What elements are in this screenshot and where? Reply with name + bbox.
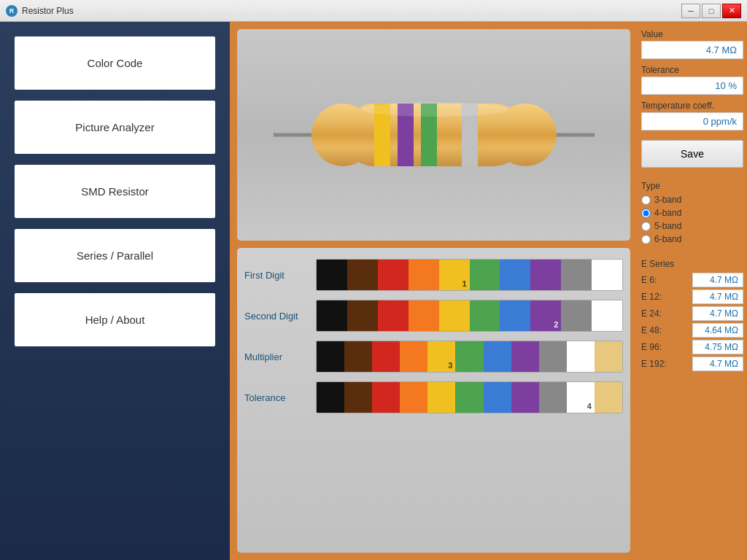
maximize-button[interactable]: □ bbox=[702, 4, 721, 18]
color-cell-1-0[interactable] bbox=[317, 300, 347, 331]
type-5band[interactable]: 5-band bbox=[641, 221, 743, 231]
color-cell-1-2[interactable] bbox=[378, 300, 409, 331]
e-key-0: E 6: bbox=[641, 275, 657, 285]
color-code-panel: First Digit1Second Digit2Multiplier3Tole… bbox=[237, 248, 630, 553]
color-cell-0-5[interactable] bbox=[470, 260, 500, 290]
sidebar-btn-smd-resistor[interactable]: SMD Resistor bbox=[15, 165, 215, 218]
type-4band[interactable]: 4-band bbox=[641, 208, 743, 218]
band-row-1: Second Digit2 bbox=[244, 300, 623, 332]
color-cell-1-5[interactable] bbox=[470, 300, 500, 331]
type-section: Type 3-band 4-band 5-band 6-band bbox=[641, 181, 743, 247]
e-val-1: 4.7 MΩ bbox=[692, 289, 743, 304]
e-val-2: 4.7 MΩ bbox=[692, 306, 743, 321]
color-cell-0-2[interactable] bbox=[378, 260, 409, 290]
color-cell-3-9[interactable]: 4 bbox=[567, 382, 595, 413]
e-series-label: E Series bbox=[641, 259, 743, 269]
color-cell-3-1[interactable] bbox=[344, 382, 372, 413]
color-number-2: 3 bbox=[448, 361, 452, 370]
color-cell-2-9[interactable] bbox=[567, 341, 595, 372]
color-cell-1-1[interactable] bbox=[347, 300, 378, 331]
e-row-5: E 192:4.7 MΩ bbox=[641, 357, 743, 371]
color-cell-0-1[interactable] bbox=[347, 260, 378, 290]
svg-point-8 bbox=[494, 104, 557, 166]
e-val-3: 4.64 MΩ bbox=[692, 323, 743, 338]
e-row-1: E 12:4.7 MΩ bbox=[641, 289, 743, 304]
band-label-0: First Digit bbox=[244, 270, 310, 281]
color-cell-2-2[interactable] bbox=[372, 341, 400, 372]
e-key-1: E 12: bbox=[641, 292, 662, 302]
color-cell-3-6[interactable] bbox=[484, 382, 511, 413]
value-label: Value bbox=[641, 29, 743, 39]
color-cell-1-7[interactable]: 2 bbox=[530, 300, 561, 331]
color-cell-2-4[interactable]: 3 bbox=[427, 341, 455, 372]
band-row-3: Tolerance4 bbox=[244, 381, 623, 413]
sidebar-btn-help-about[interactable]: Help / About bbox=[15, 293, 215, 346]
e-key-5: E 192: bbox=[641, 359, 667, 369]
app-icon: R bbox=[6, 5, 18, 17]
type-label: Type bbox=[641, 181, 743, 191]
color-cell-2-10[interactable] bbox=[595, 341, 622, 372]
band-row-2: Multiplier3 bbox=[244, 341, 623, 373]
color-cell-2-0[interactable] bbox=[317, 341, 344, 372]
color-number-3: 4 bbox=[587, 402, 592, 411]
sidebar-btn-picture-analyzer[interactable]: Picture Analyzer bbox=[15, 101, 215, 154]
color-cell-2-8[interactable] bbox=[539, 341, 567, 372]
title-bar-left: R Resistor Plus bbox=[6, 5, 74, 17]
sidebar-btn-color-code[interactable]: Color Code bbox=[15, 36, 215, 90]
save-button[interactable]: Save bbox=[641, 140, 743, 168]
color-cell-1-9[interactable] bbox=[592, 300, 622, 331]
color-cell-1-3[interactable] bbox=[409, 300, 439, 331]
color-cell-1-4[interactable] bbox=[439, 300, 470, 331]
content-area: First Digit1Second Digit2Multiplier3Tole… bbox=[230, 22, 638, 560]
color-cell-3-10[interactable] bbox=[595, 382, 622, 413]
e-val-5: 4.7 MΩ bbox=[692, 357, 743, 371]
color-cell-0-3[interactable] bbox=[409, 260, 439, 290]
e-row-4: E 96:4.75 MΩ bbox=[641, 340, 743, 354]
e-key-2: E 24: bbox=[641, 308, 662, 319]
color-cell-3-2[interactable] bbox=[372, 382, 400, 413]
bottom-section: First Digit1Second Digit2Multiplier3Tole… bbox=[237, 248, 630, 553]
color-cell-0-7[interactable] bbox=[530, 260, 561, 290]
color-cell-3-5[interactable] bbox=[455, 382, 483, 413]
color-cell-0-9[interactable] bbox=[592, 260, 622, 290]
window-controls: ─ □ ✕ bbox=[681, 4, 741, 18]
color-cell-2-1[interactable] bbox=[344, 341, 372, 372]
type-3band[interactable]: 3-band bbox=[641, 195, 743, 205]
title-bar: R Resistor Plus ─ □ ✕ bbox=[0, 0, 747, 22]
value-section: Value 4.7 MΩ bbox=[641, 29, 743, 59]
color-cell-2-3[interactable] bbox=[400, 341, 427, 372]
e-val-4: 4.75 MΩ bbox=[692, 340, 743, 354]
color-cell-1-6[interactable] bbox=[500, 300, 530, 331]
color-cell-0-6[interactable] bbox=[500, 260, 530, 290]
color-cell-3-4[interactable] bbox=[427, 382, 455, 413]
band-label-3: Tolerance bbox=[244, 392, 310, 403]
color-cell-3-8[interactable] bbox=[539, 382, 567, 413]
band-label-2: Multiplier bbox=[244, 351, 310, 362]
color-cell-2-5[interactable] bbox=[455, 341, 483, 372]
color-strip-3: 4 bbox=[316, 381, 623, 413]
minimize-button[interactable]: ─ bbox=[681, 4, 700, 18]
color-cell-0-4[interactable]: 1 bbox=[439, 260, 470, 290]
color-cell-3-7[interactable] bbox=[511, 382, 539, 413]
e-key-4: E 96: bbox=[641, 342, 662, 352]
color-cell-2-7[interactable] bbox=[511, 341, 539, 372]
close-button[interactable]: ✕ bbox=[722, 4, 741, 18]
color-cell-0-8[interactable] bbox=[561, 260, 592, 290]
color-cell-3-3[interactable] bbox=[400, 382, 427, 413]
color-cell-1-8[interactable] bbox=[561, 300, 592, 331]
color-cell-0-0[interactable] bbox=[317, 260, 347, 290]
color-strip-0: 1 bbox=[316, 259, 623, 291]
e-key-3: E 48: bbox=[641, 325, 662, 335]
color-strip-1: 2 bbox=[316, 300, 623, 332]
sidebar-btn-series-parallel[interactable]: Series / Parallel bbox=[15, 229, 215, 282]
temp-coeff-label: Temperature coeff. bbox=[641, 101, 743, 111]
color-number-0: 1 bbox=[462, 279, 466, 288]
color-cell-3-0[interactable] bbox=[317, 382, 344, 413]
color-cell-2-6[interactable] bbox=[484, 341, 511, 372]
svg-point-7 bbox=[311, 104, 374, 166]
type-6band[interactable]: 6-band bbox=[641, 234, 743, 244]
tolerance-section: Tolerance 10 % bbox=[641, 65, 743, 95]
e-row-2: E 24:4.7 MΩ bbox=[641, 306, 743, 321]
e-val-0: 4.7 MΩ bbox=[692, 273, 743, 287]
tolerance-field: 10 % bbox=[641, 77, 743, 95]
